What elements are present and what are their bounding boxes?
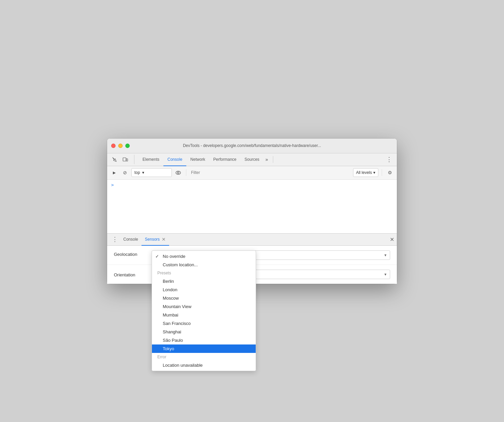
dropdown-item-berlin[interactable]: Berlin <box>152 277 256 285</box>
dropdown-item-mumbai[interactable]: Mumbai <box>152 311 256 319</box>
geolocation-control: Tokyo ▾ No override Custom location... P… <box>154 250 390 260</box>
dropdown-item-london[interactable]: London <box>152 285 256 294</box>
dropdown-group-error: Error <box>152 353 256 361</box>
context-selector[interactable]: top ▾ <box>131 168 172 177</box>
sensors-tab-close-button[interactable]: ✕ <box>162 237 166 242</box>
filter-input[interactable] <box>190 168 351 177</box>
dropdown-group-presets: Presets <box>152 269 256 277</box>
toolbar-divider-1 <box>186 169 186 176</box>
geolocation-dropdown-menu: No override Custom location... Presets B… <box>152 250 256 371</box>
close-bottom-panel-button[interactable]: ✕ <box>390 236 394 243</box>
bottom-panel: ⋮ Console Sensors ✕ ✕ Geolocation Tokyo … <box>107 234 397 284</box>
bottom-panel-menu-button[interactable]: ⋮ <box>110 236 120 242</box>
tab-performance[interactable]: Performance <box>209 153 241 166</box>
window-title: DevTools - developers.google.com/web/fun… <box>183 143 321 148</box>
tab-sources[interactable]: Sources <box>241 153 263 166</box>
console-toolbar: ▶ ⊘ top ▾ All levels ▾ ⚙ <box>107 166 397 180</box>
console-settings-button[interactable]: ⚙ <box>385 168 394 177</box>
dropdown-item-shanghai[interactable]: Shanghai <box>152 328 256 336</box>
bottom-tab-console[interactable]: Console <box>120 234 141 246</box>
chevron-down-icon: ▾ <box>142 170 144 175</box>
orientation-chevron-icon: ▾ <box>384 272 386 277</box>
dropdown-item-sao-paulo[interactable]: São Paulo <box>152 336 256 344</box>
sensors-content: Geolocation Tokyo ▾ No override Custom l… <box>107 246 397 284</box>
dropdown-item-moscow[interactable]: Moscow <box>152 294 256 302</box>
bottom-tab-sensors[interactable]: Sensors ✕ <box>141 234 169 246</box>
log-levels-button[interactable]: All levels ▾ <box>353 168 378 177</box>
maximize-button[interactable] <box>125 144 130 148</box>
svg-rect-1 <box>126 159 128 161</box>
console-prompt: > <box>111 182 393 187</box>
dropdown-chevron-icon: ▾ <box>384 253 386 258</box>
tab-network[interactable]: Network <box>186 153 209 166</box>
title-bar: DevTools - developers.google.com/web/fun… <box>107 139 397 153</box>
dropdown-item-san-francisco[interactable]: San Francisco <box>152 319 256 328</box>
traffic-lights <box>111 144 130 148</box>
toolbar-divider-2 <box>382 169 382 176</box>
geolocation-label: Geolocation <box>114 250 154 257</box>
dropdown-item-no-override[interactable]: No override <box>152 252 256 261</box>
run-script-button[interactable]: ▶ <box>110 168 119 177</box>
inspect-icon[interactable] <box>110 155 119 164</box>
minimize-button[interactable] <box>118 144 123 148</box>
bottom-tab-bar: ⋮ Console Sensors ✕ ✕ <box>107 234 397 246</box>
svg-point-2 <box>176 171 181 174</box>
dropdown-item-mountain-view[interactable]: Mountain View <box>152 302 256 311</box>
tab-console[interactable]: Console <box>163 153 186 166</box>
dropdown-item-custom-location[interactable]: Custom location... <box>152 261 256 269</box>
clear-console-button[interactable]: ⊘ <box>121 168 129 177</box>
devtools-window: DevTools - developers.google.com/web/fun… <box>107 139 397 284</box>
dropdown-item-location-unavailable[interactable]: Location unavailable <box>152 361 256 369</box>
console-area[interactable]: > <box>107 180 397 234</box>
devtools-menu-button[interactable]: ⋮ <box>384 156 394 163</box>
more-tabs-button[interactable]: » <box>263 157 270 162</box>
live-expression-button[interactable] <box>174 168 183 177</box>
svg-rect-0 <box>123 158 126 161</box>
tab-bar-icons <box>110 155 134 164</box>
levels-chevron-icon: ▾ <box>373 170 375 175</box>
device-toggle-icon[interactable] <box>121 155 130 164</box>
tab-elements[interactable]: Elements <box>138 153 163 166</box>
geolocation-row: Geolocation Tokyo ▾ No override Custom l… <box>107 246 397 265</box>
tab-bar: Elements Console Network Performance Sou… <box>107 153 397 166</box>
tab-separator <box>273 156 273 163</box>
svg-point-3 <box>178 172 179 174</box>
dropdown-item-tokyo[interactable]: Tokyo <box>152 344 256 353</box>
close-button[interactable] <box>111 144 116 148</box>
orientation-label: Orientation <box>114 271 154 277</box>
